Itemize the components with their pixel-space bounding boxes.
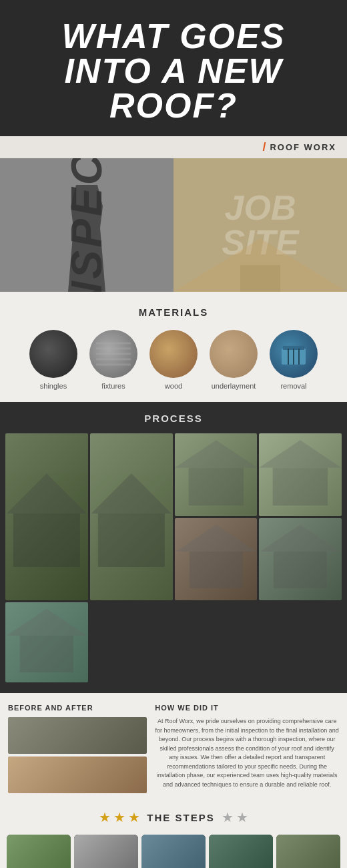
step-card-5: clean up and reviews <box>276 835 340 868</box>
svg-rect-20 <box>189 552 242 588</box>
material-item-fixtures: fixtures <box>89 330 137 390</box>
materials-title: MATERIALS <box>7 306 340 318</box>
steps-title: THE STEPS <box>147 812 214 823</box>
how-we-did-panel: HOW WE DID IT At Roof Worx, we pride our… <box>155 704 339 793</box>
how-we-did-text: At Roof Worx, we pride ourselves on prov… <box>155 717 339 789</box>
svg-rect-14 <box>188 467 243 505</box>
material-circle-underlayment <box>210 330 258 378</box>
process-section: PROCESS <box>0 402 347 693</box>
steps-cards: strip off all old material and repair de… <box>7 835 340 868</box>
process-grid <box>0 433 347 682</box>
process-cell-4 <box>90 433 173 600</box>
inspect-label: INSPECT <box>62 158 111 292</box>
step-card-4: new shingle application <box>209 835 273 868</box>
header-section: What Goes Into A New Roof? <box>0 0 347 136</box>
svg-marker-15 <box>175 440 258 467</box>
steps-section: ★ ★ ★ THE STEPS ★ ★ strip off all old ma… <box>0 804 347 868</box>
svg-rect-1 <box>240 265 280 292</box>
material-label-shingles: shingles <box>40 382 67 390</box>
svg-marker-23 <box>260 525 340 552</box>
svg-rect-24 <box>20 636 73 672</box>
process-cell-3 <box>259 433 342 516</box>
svg-marker-21 <box>176 525 256 552</box>
brand-slash-icon: / <box>262 140 266 154</box>
svg-rect-16 <box>273 467 328 505</box>
materials-section: MATERIALS shingles fixtures wood <box>0 292 347 402</box>
step-image-5 <box>276 835 340 868</box>
process-cell-2 <box>175 433 258 516</box>
material-item-shingles: shingles <box>29 330 77 390</box>
brand-bar: / ROOF WORX <box>0 136 347 158</box>
process-cell-7 <box>5 602 88 682</box>
star-2: ★ <box>113 809 125 825</box>
svg-marker-13 <box>7 473 87 513</box>
star-5: ★ <box>236 809 248 825</box>
svg-marker-19 <box>91 473 171 513</box>
material-circle-wood <box>149 330 198 378</box>
material-circle-removal <box>270 330 318 378</box>
process-title: PROCESS <box>0 413 347 424</box>
before-after-title: BEFORE AND AFTER <box>8 704 147 712</box>
star-4: ★ <box>222 809 234 825</box>
material-circle-fixtures <box>89 330 137 378</box>
process-cell-5 <box>175 518 258 601</box>
step-card-3: detailing and flashing <box>141 835 206 868</box>
how-we-did-title: HOW WE DID IT <box>155 704 339 712</box>
inspect-right-panel: JOB SITE <box>174 158 347 292</box>
step-card-1: strip off all old material and repair de… <box>7 835 71 868</box>
svg-rect-12 <box>13 513 80 567</box>
bottom-info-section: BEFORE AND AFTER HOW WE DID IT At Roof W… <box>0 693 347 804</box>
step-card-2: waterproof and water resistant underlaym… <box>74 835 138 868</box>
svg-rect-22 <box>274 552 327 588</box>
step-image-1 <box>7 835 71 868</box>
before-after-images <box>8 717 147 793</box>
material-label-wood: wood <box>165 382 182 390</box>
step-image-2 <box>74 835 138 868</box>
svg-marker-25 <box>7 609 87 636</box>
process-cell-6 <box>259 518 342 601</box>
material-item-removal: removal <box>270 330 318 390</box>
process-cell-1 <box>5 433 88 600</box>
svg-marker-17 <box>259 440 342 467</box>
star-3: ★ <box>128 809 140 825</box>
inspect-left-panel: INSPECT <box>0 158 174 292</box>
after-image <box>8 756 147 793</box>
material-label-underlayment: underlayment <box>212 382 256 390</box>
material-circle-shingles <box>29 330 77 378</box>
inspect-section: INSPECT JOB SITE <box>0 158 347 292</box>
page-title: What Goes Into A New Roof? <box>13 19 334 123</box>
stars-group-2: ★ ★ <box>222 809 248 825</box>
materials-row: shingles fixtures wood underlayment <box>7 330 340 390</box>
before-image <box>8 717 147 754</box>
material-label-removal: removal <box>280 382 306 390</box>
material-item-wood: wood <box>149 330 198 390</box>
svg-rect-18 <box>98 513 165 567</box>
star-1: ★ <box>99 809 111 825</box>
stars-group: ★ ★ ★ <box>99 809 140 825</box>
step-image-3 <box>141 835 206 868</box>
steps-title-row: ★ ★ ★ THE STEPS ★ ★ <box>7 809 340 825</box>
material-label-fixtures: fixtures <box>101 382 125 390</box>
before-after-panel: BEFORE AND AFTER <box>8 704 147 793</box>
material-item-underlayment: underlayment <box>210 330 258 390</box>
brand-name: ROOF WORX <box>270 142 336 152</box>
step-image-4 <box>209 835 273 868</box>
